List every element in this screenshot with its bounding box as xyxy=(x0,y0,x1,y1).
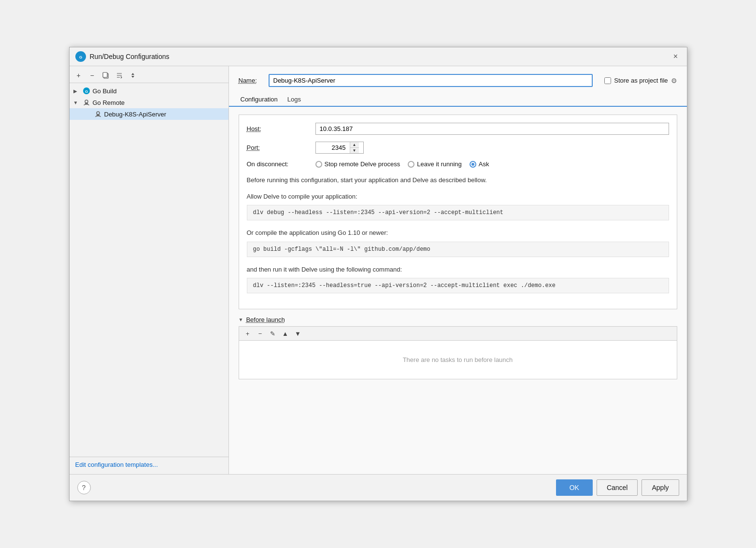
before-launch-add-button[interactable]: + xyxy=(243,329,253,338)
before-launch-chevron-icon: ▼ xyxy=(239,317,243,322)
copy-config-button[interactable] xyxy=(100,70,111,81)
ok-button[interactable]: OK xyxy=(556,479,593,496)
title-bar-left: G Run/Debug Configurations xyxy=(75,51,170,62)
run-delve-code: dlv --listen=:2345 --headless=true --api… xyxy=(247,278,669,293)
svg-point-6 xyxy=(85,100,88,103)
tree-item-go-build[interactable]: ▶ G Go Build xyxy=(70,85,228,97)
allow-delve-title: Allow Delve to compile your application: xyxy=(247,192,669,202)
tab-logs[interactable]: Logs xyxy=(285,93,309,107)
radio-stop[interactable]: Stop remote Delve process xyxy=(315,160,400,168)
title-bar: G Run/Debug Configurations × xyxy=(70,47,687,66)
store-project-label: Store as project file xyxy=(614,77,668,84)
host-input[interactable] xyxy=(315,123,669,135)
svg-rect-3 xyxy=(103,72,107,77)
svg-point-8 xyxy=(97,112,100,115)
radio-leave-outer xyxy=(408,161,414,168)
host-label: Host: xyxy=(247,125,310,132)
radio-stop-outer xyxy=(315,161,322,168)
port-decrement-button[interactable]: ▼ xyxy=(350,148,359,153)
radio-stop-label: Stop remote Delve process xyxy=(325,160,400,168)
name-row: Name: Store as project file ⚙ xyxy=(229,66,687,93)
config-tree: ▶ G Go Build ▼ xyxy=(70,83,228,457)
before-launch-section: ▼ Before launch + − ✎ ▲ ▼ There are no t… xyxy=(239,313,677,379)
before-launch-up-button[interactable]: ▲ xyxy=(281,329,290,338)
run-delve-title: and then run it with Delve using the fol… xyxy=(247,265,669,274)
before-launch-title: Before launch xyxy=(246,316,285,323)
before-launch-remove-button[interactable]: − xyxy=(256,329,265,338)
dialog-icon: G xyxy=(75,51,86,62)
tabs-row: Configuration Logs xyxy=(229,93,687,107)
run-debug-dialog: G Run/Debug Configurations × + − xyxy=(69,47,687,501)
apply-button[interactable]: Apply xyxy=(642,479,679,496)
go-remote-icon xyxy=(82,98,91,107)
radio-ask-label: Ask xyxy=(479,160,489,168)
before-launch-header[interactable]: ▼ Before launch xyxy=(239,313,677,327)
before-launch-down-button[interactable]: ▼ xyxy=(293,329,303,338)
content-area: + − xyxy=(70,66,687,474)
close-button[interactable]: × xyxy=(670,51,681,62)
info-text: Before running this configuration, start… xyxy=(247,175,669,185)
copy-icon xyxy=(102,72,110,79)
dialog-title: Run/Debug Configurations xyxy=(90,53,170,60)
name-label: Name: xyxy=(239,77,263,84)
svg-rect-7 xyxy=(85,103,88,104)
help-button[interactable]: ? xyxy=(77,481,91,494)
svg-text:G: G xyxy=(85,89,87,94)
debug-k8s-icon xyxy=(94,110,102,118)
sidebar-bottom: Edit configuration templates... xyxy=(70,457,228,472)
disconnect-label: On disconnect: xyxy=(247,160,310,168)
tree-item-debug-k8s-label: Debug-K8S-ApiServer xyxy=(104,111,167,118)
host-row: Host: xyxy=(247,123,669,135)
port-label: Port: xyxy=(247,144,310,151)
port-buttons: ▲ ▼ xyxy=(350,142,359,153)
chevron-right-icon: ▶ xyxy=(73,88,80,94)
main-panel: Name: Store as project file ⚙ Configurat… xyxy=(229,66,687,474)
footer-buttons: OK Cancel Apply xyxy=(556,479,679,496)
add-config-button[interactable]: + xyxy=(73,70,84,81)
allow-delve-code: dlv debug --headless --listen=:2345 --ap… xyxy=(247,205,669,220)
move-icon xyxy=(115,72,123,79)
config-box: Host: Port: ▲ ▼ xyxy=(239,115,677,309)
cancel-button[interactable]: Cancel xyxy=(597,479,638,496)
sidebar: + − xyxy=(70,66,229,474)
radio-ask[interactable]: Ask xyxy=(470,160,489,168)
tree-item-debug-k8s[interactable]: Debug-K8S-ApiServer xyxy=(70,108,228,120)
radio-leave[interactable]: Leave it running xyxy=(408,160,462,168)
svg-rect-9 xyxy=(97,115,100,116)
edit-templates-link[interactable]: Edit configuration templates... xyxy=(75,461,158,468)
store-project-checkbox[interactable] xyxy=(604,77,611,84)
radio-ask-inner xyxy=(471,163,474,166)
sort-icon xyxy=(129,72,137,79)
dialog-footer: ? OK Cancel Apply xyxy=(70,474,687,501)
before-launch-edit-button[interactable]: ✎ xyxy=(268,329,278,338)
port-input[interactable] xyxy=(316,142,350,153)
chevron-down-icon: ▼ xyxy=(73,100,80,105)
sidebar-toolbar: + − xyxy=(70,68,228,83)
tree-item-go-build-label: Go Build xyxy=(93,87,117,95)
config-area: Host: Port: ▲ ▼ xyxy=(229,107,687,474)
remove-config-button[interactable]: − xyxy=(87,70,98,81)
disconnect-row: On disconnect: Stop remote Delve process… xyxy=(247,160,669,168)
port-spinner: ▲ ▼ xyxy=(315,142,364,154)
disconnect-radio-group: Stop remote Delve process Leave it runni… xyxy=(315,160,489,168)
tab-configuration[interactable]: Configuration xyxy=(239,93,285,107)
tree-item-go-remote-label: Go Remote xyxy=(93,99,125,106)
or-compile-title: Or compile the application using Go 1.10… xyxy=(247,228,669,238)
radio-leave-label: Leave it running xyxy=(417,160,462,168)
tree-item-go-remote[interactable]: ▼ Go Remote xyxy=(70,97,228,108)
svg-text:G: G xyxy=(79,55,82,59)
port-increment-button[interactable]: ▲ xyxy=(350,142,359,148)
radio-ask-outer xyxy=(470,161,476,168)
no-tasks-text: There are no tasks to run before launch xyxy=(403,356,513,363)
move-config-button[interactable] xyxy=(114,70,125,81)
go-build-icon: G xyxy=(82,87,91,95)
before-launch-toolbar: + − ✎ ▲ ▼ xyxy=(239,327,677,341)
or-compile-code: go build -gcflags \"all=-N -l\" github.c… xyxy=(247,242,669,257)
store-project-container: Store as project file ⚙ xyxy=(604,77,677,85)
name-input[interactable] xyxy=(269,74,593,87)
port-row: Port: ▲ ▼ xyxy=(247,142,669,154)
before-launch-content: There are no tasks to run before launch xyxy=(239,341,677,379)
sort-config-button[interactable] xyxy=(128,70,138,81)
gear-icon[interactable]: ⚙ xyxy=(671,77,677,85)
